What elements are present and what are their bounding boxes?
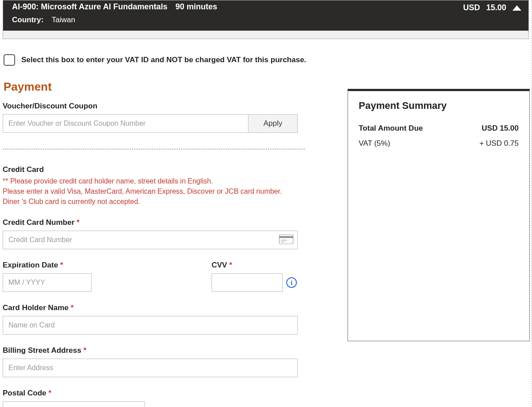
address-label: Billing Street Address (3, 346, 81, 355)
summary-total-value: USD 15.00 (482, 124, 519, 133)
chevron-up-icon[interactable] (512, 5, 521, 11)
vat-checkbox[interactable] (4, 54, 15, 66)
required-mark: * (60, 261, 63, 269)
vat-checkbox-label: Select this box to enter your VAT ID and… (21, 56, 306, 64)
exam-price: 15.00 (486, 3, 506, 12)
required-mark: * (76, 218, 80, 227)
country-value: Taiwan (52, 16, 75, 24)
required-mark: * (84, 346, 87, 355)
voucher-input[interactable] (3, 114, 248, 133)
exam-summary-panel: AI-900: Microsoft Azure AI Fundamentals … (3, 0, 529, 39)
cc-note-2: Please enter a valid Visa, MasterCard, A… (3, 186, 305, 196)
exam-title: AI-900: Microsoft Azure AI Fundamentals (12, 2, 168, 12)
cc-note-1: ** Please provide credit card holder nam… (3, 176, 305, 186)
expiry-label: Expiration Date (3, 261, 58, 269)
svg-rect-0 (280, 235, 293, 244)
cvv-info-icon[interactable]: i (286, 277, 297, 288)
apply-voucher-button[interactable]: Apply (248, 114, 298, 133)
payment-heading: Payment (4, 80, 341, 94)
country-label: Country: (12, 16, 44, 24)
svg-rect-1 (280, 236, 293, 238)
credit-card-icon (279, 235, 293, 246)
expiry-input[interactable] (3, 273, 92, 292)
cc-number-input[interactable] (3, 231, 298, 249)
exam-duration: 90 minutes (176, 2, 217, 12)
payment-summary-title: Payment Summary (359, 100, 519, 112)
svg-rect-2 (281, 240, 287, 241)
postal-label: Postal Code (3, 389, 46, 397)
svg-rect-3 (281, 242, 284, 243)
billing-address-input[interactable] (3, 359, 298, 377)
payment-summary-panel: Payment Summary Total Amount Due USD 15.… (348, 89, 530, 341)
cc-note-3: Diner 's Club card is currently not acce… (3, 196, 305, 207)
postal-code-input[interactable] (3, 401, 145, 407)
card-holder-input[interactable] (3, 316, 298, 335)
required-mark: * (229, 261, 232, 269)
exam-header-bar[interactable]: AI-900: Microsoft Azure AI Fundamentals … (3, 0, 528, 31)
exam-currency: USD (463, 3, 480, 12)
required-mark: * (71, 303, 74, 312)
summary-total-label: Total Amount Due (359, 124, 423, 133)
section-divider (3, 149, 305, 149)
summary-vat-label: VAT (5%) (359, 139, 390, 148)
cc-number-label: Credit Card Number (3, 218, 75, 227)
required-mark: * (48, 389, 52, 397)
voucher-label: Voucher/Discount Coupon (3, 102, 298, 111)
exam-footer-strip (3, 31, 528, 39)
cvv-label: CVV (212, 261, 227, 269)
summary-vat-value: + USD 0.75 (480, 139, 519, 148)
cvv-input[interactable] (212, 273, 283, 292)
credit-card-notes: ** Please provide credit card holder nam… (3, 176, 305, 207)
credit-card-section-title: Credit Card (3, 165, 341, 174)
holder-label: Card Holder Name (3, 303, 68, 312)
